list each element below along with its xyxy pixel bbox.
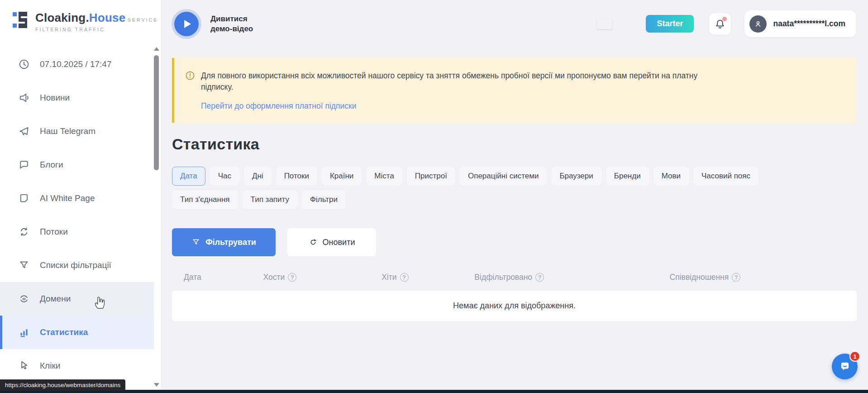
sidebar-item-statistics[interactable]: Статистика xyxy=(0,316,154,349)
sidebar-item-news[interactable]: Новини xyxy=(0,81,154,115)
sidebar-item-filter-lists[interactable]: Списки фільтрації xyxy=(0,249,154,282)
svg-text:w: w xyxy=(22,297,26,301)
megaphone-icon xyxy=(18,92,30,104)
banner-text: Для повного використання всіх можливосте… xyxy=(201,70,697,93)
webmaster-icon: w xyxy=(18,293,30,305)
sync-icon xyxy=(18,226,30,238)
chat-widget-button[interactable]: 1 xyxy=(832,354,858,379)
paper-plane-icon xyxy=(18,125,30,137)
sidebar-item-label: Новини xyxy=(40,93,70,103)
tab-date[interactable]: Дата xyxy=(172,167,205,186)
bar-chart-icon xyxy=(18,326,30,338)
scroll-up-arrow[interactable] xyxy=(154,47,159,51)
user-email: naata**********l.com xyxy=(773,19,845,29)
subscribe-link[interactable]: Перейти до оформлення платної підписки xyxy=(201,101,356,111)
sidebar-nav: 07.10.2025 / 17:47 Новини Наш Telegram Б… xyxy=(0,48,154,383)
sidebar-item-label: Блоги xyxy=(40,160,63,170)
tab-filters[interactable]: Фільтри xyxy=(302,190,346,209)
page-icon xyxy=(18,192,30,204)
tab-brands[interactable]: Бренди xyxy=(606,167,649,186)
col-date: Дата xyxy=(184,273,263,282)
sidebar-item-datetime[interactable]: 07.10.2025 / 17:47 xyxy=(0,48,154,81)
sidebar-item-label: Наш Telegram xyxy=(40,126,95,136)
tab-languages[interactable]: Мови xyxy=(653,167,689,186)
notifications-button[interactable] xyxy=(709,13,731,35)
col-ratio: Співвідношення? xyxy=(670,273,857,282)
sidebar-item-blogs[interactable]: Блоги xyxy=(0,148,154,182)
chat-unread-badge: 1 xyxy=(849,351,860,362)
user-account-button[interactable]: naata**********l.com xyxy=(744,10,856,37)
app-logo[interactable]: Cloaking.House SERVICE FILTERING TRAFFIC xyxy=(0,0,161,33)
logo-title: Cloaking.House xyxy=(35,11,125,24)
help-icon[interactable]: ? xyxy=(732,273,740,282)
warning-icon xyxy=(185,71,195,112)
ukraine-flag-icon[interactable] xyxy=(597,19,612,29)
stats-table-header: Дата Хости? Хіти? Відфільтровано? Співві… xyxy=(172,273,857,282)
help-icon[interactable]: ? xyxy=(400,273,409,282)
tab-browsers[interactable]: Браузери xyxy=(551,167,601,186)
tab-streams[interactable]: Потоки xyxy=(276,167,317,186)
empty-state-card: Немає даних для відображення. xyxy=(172,291,857,321)
help-icon[interactable]: ? xyxy=(288,273,296,282)
user-avatar-icon xyxy=(749,15,767,33)
sidebar-item-label: Потоки xyxy=(40,227,68,237)
tab-timezone[interactable]: Часовий пояс xyxy=(693,167,758,186)
page-title: Статистика xyxy=(172,135,857,153)
topbar: Дивитися демо-відео Starter naata*******… xyxy=(161,0,868,48)
help-icon[interactable]: ? xyxy=(535,273,544,282)
sidebar-item-telegram[interactable]: Наш Telegram xyxy=(0,115,154,148)
chat-bubble-icon xyxy=(18,159,30,171)
sidebar: Cloaking.House SERVICE FILTERING TRAFFIC… xyxy=(0,0,161,393)
sidebar-item-label: Кліки xyxy=(40,361,60,371)
col-filtered: Відфільтровано? xyxy=(474,273,669,282)
play-icon[interactable] xyxy=(174,12,199,36)
clock-icon xyxy=(18,58,30,70)
sidebar-item-ai-white-page[interactable]: AI White Page xyxy=(0,182,154,215)
scroll-down-arrow[interactable] xyxy=(154,383,159,387)
refresh-icon xyxy=(309,238,318,247)
demo-video-label: Дивитися демо-відео xyxy=(210,14,253,34)
tab-operating-systems[interactable]: Операційні системи xyxy=(460,167,547,186)
funnel-icon xyxy=(18,259,30,271)
window-bottom-edge xyxy=(0,390,868,393)
sidebar-item-label: Списки фільтрації xyxy=(40,260,111,270)
cursor-icon xyxy=(18,360,30,372)
demo-video-button[interactable]: Дивитися демо-відео xyxy=(174,12,253,36)
status-url-tooltip: https://cloaking.house/webmaster/domains xyxy=(0,379,125,391)
logo-mark-icon xyxy=(13,11,30,29)
filter-tabs-row-1: Дата Час Дні Потоки Країни Міста Пристро… xyxy=(172,167,857,186)
sidebar-item-streams[interactable]: Потоки xyxy=(0,215,154,249)
empty-state-text: Немає даних для відображення. xyxy=(453,301,576,311)
col-hosts: Хости? xyxy=(263,273,382,282)
tab-cities[interactable]: Міста xyxy=(366,167,402,186)
tab-countries[interactable]: Країни xyxy=(322,167,362,186)
tab-days[interactable]: Дні xyxy=(244,167,272,186)
scrollbar-thumb[interactable] xyxy=(154,55,159,170)
tab-connection-type[interactable]: Тип з'єднання xyxy=(172,190,238,209)
funnel-icon xyxy=(191,238,200,247)
sidebar-item-label: AI White Page xyxy=(40,193,95,203)
plan-starter-button[interactable]: Starter xyxy=(646,15,694,33)
sidebar-item-label: 07.10.2025 / 17:47 xyxy=(40,59,111,69)
trial-warning-banner: Для повного використання всіх можливосте… xyxy=(172,58,857,123)
col-hits: Хіти? xyxy=(382,273,474,282)
tab-devices[interactable]: Пристрої xyxy=(407,167,455,186)
tab-request-type[interactable]: Тип запиту xyxy=(243,190,298,209)
sidebar-item-label: Статистика xyxy=(40,327,88,337)
sidebar-item-domains[interactable]: w Домени xyxy=(0,282,154,316)
sidebar-item-clicks[interactable]: Кліки xyxy=(0,349,154,383)
refresh-button[interactable]: Оновити xyxy=(287,228,376,256)
tab-time[interactable]: Час xyxy=(210,167,239,186)
sidebar-scrollbar xyxy=(153,47,160,389)
filter-button[interactable]: Фільтрувати xyxy=(172,228,276,256)
filter-tabs-row-2: Тип з'єднання Тип запиту Фільтри xyxy=(172,190,857,209)
notification-dot xyxy=(722,17,727,21)
chat-icon xyxy=(838,360,852,374)
main-content: Для повного використання всіх можливосте… xyxy=(172,48,857,321)
sidebar-item-label: Домени xyxy=(40,294,71,304)
